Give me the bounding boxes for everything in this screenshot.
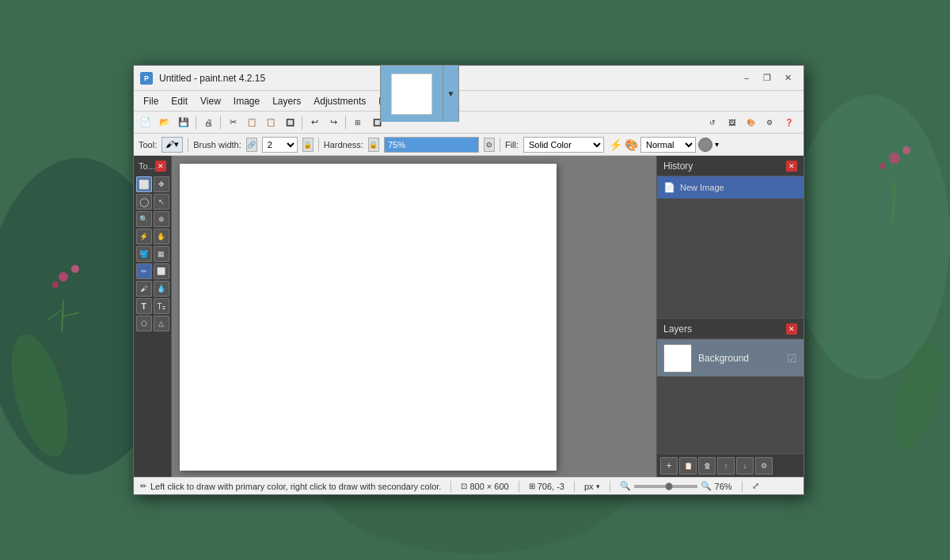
svg-line-7 [62,301,63,332]
close-button[interactable]: ✕ [778,70,797,86]
window-controls: − ❐ ✕ [737,70,797,86]
paintbrush-tool[interactable]: 🖌 [136,281,152,297]
triangle-tool[interactable]: △ [154,316,169,331]
mode-select[interactable]: Normal Multiply [640,137,696,153]
title-bar: P Untitled - paint.net 4.2.15 − ❐ ✕ [134,66,804,91]
zoom-slider[interactable] [634,485,697,488]
tool-row-8: T T₂ [135,298,169,314]
tool-row-7: 🖌 💧 [135,281,169,297]
add-layer-button[interactable]: + [660,457,678,475]
layers-list: Background ☑ [657,339,804,377]
pencil-tool[interactable]: ✏ [136,263,152,279]
color-icon[interactable]: 🎨 [625,138,638,151]
layer-visible-checkbox[interactable]: ☑ [787,352,797,365]
menu-view[interactable]: View [194,94,227,108]
hardness-value: 75% [388,140,405,149]
toolbar-right-btn2[interactable]: 🖼 [723,114,740,131]
blend-icon[interactable]: ⚡ [609,138,622,151]
menu-edit[interactable]: Edit [165,94,194,108]
history-panel-close[interactable]: ✕ [786,161,797,172]
paint-bucket-tool[interactable]: 🪣 [136,246,152,262]
text-tool[interactable]: T [136,298,152,314]
canvas-area[interactable] [172,156,656,477]
move-layer-down-button[interactable]: ↓ [736,457,754,475]
move-tool[interactable]: ✥ [154,176,169,192]
color-swatch[interactable] [698,138,712,152]
thumbnail-dropdown-btn[interactable]: ▼ [443,65,459,122]
rectangle-select-tool[interactable]: ⬜ [136,176,152,192]
zoom-tool[interactable]: 🔍 [136,211,152,227]
new-button[interactable]: 📄 [137,114,154,131]
status-hint: ✏ Left click to draw with primary color,… [140,482,441,491]
redo-button[interactable]: ↪ [325,114,342,131]
thumbnail-tab[interactable] [380,65,443,122]
smudge-tool[interactable]: 💧 [154,281,169,297]
hardness-bar[interactable]: 75% [384,137,479,153]
fit-window-icon[interactable]: ⤢ [752,481,759,491]
save-button[interactable]: 💾 [175,114,192,131]
toolbar-right-btn1[interactable]: ↺ [704,114,721,131]
coords-icon: ⊞ [529,482,535,490]
delete-layer-button[interactable]: 🗑 [698,457,716,475]
duplicate-layer-button[interactable]: 📋 [679,457,697,475]
history-panel-header: History ✕ [657,156,804,176]
hardness-reset[interactable]: ⊙ [484,138,495,152]
unit-dropdown[interactable]: ▾ [596,482,600,490]
layers-panel-close[interactable]: ✕ [786,324,797,335]
paste-button[interactable]: 📋 [262,114,279,131]
hardness-lock[interactable]: 🔒 [368,138,379,152]
canvas[interactable] [180,164,557,471]
brush-width-link[interactable]: 🔗 [246,138,257,152]
minimize-button[interactable]: − [737,70,756,86]
history-panel-title: History [663,161,693,172]
svg-point-15 [885,337,950,454]
history-item[interactable]: 📄 New Image [657,176,804,199]
magic-wand-tool[interactable]: ⚡ [136,229,152,244]
crop-button[interactable]: 🔲 [281,114,298,131]
toolbar-separator-1 [196,115,196,130]
unit-value: px [584,482,594,491]
brush-width-lock[interactable]: 🔒 [302,138,314,152]
text-alt-tool[interactable]: T₂ [154,298,169,314]
pan-tool[interactable]: ✋ [154,229,169,244]
tool-selector[interactable]: 🖌▾ [162,137,183,153]
history-item-label: New Image [680,183,724,192]
toolbar-right-btn4[interactable]: ⚙ [761,114,778,131]
move-selection-tool[interactable]: ↖ [154,194,169,210]
toolbar-right-btn5[interactable]: ❓ [780,114,797,131]
undo-button[interactable]: ↩ [306,114,323,131]
layer-properties-button[interactable]: ⚙ [755,457,773,475]
shapes-tool[interactable]: ⬡ [136,316,152,331]
tool-panel-header: To... ✕ [135,159,169,173]
zoom-in-icon[interactable]: 🔍 [701,481,712,491]
toolbar: 📄 📂 💾 🖨 ✂ 📋 📋 🔲 ↩ ↪ ⊞ 🔲 ↺ 🖼 🎨 ⚙ ❓ [134,112,804,134]
tool-panel-close-button[interactable]: ✕ [155,161,166,172]
move-layer-up-button[interactable]: ↑ [717,457,735,475]
zoom-value: 76% [715,482,732,491]
cut-button[interactable]: ✂ [224,114,241,131]
brush-width-select[interactable]: 2 4 8 [262,137,298,153]
toolbar-right-btn3[interactable]: 🎨 [742,114,759,131]
gradient-tool[interactable]: ▦ [154,246,169,262]
menu-layers[interactable]: Layers [266,94,307,108]
zoom-extra-tool[interactable]: ⊕ [154,211,169,227]
open-button[interactable]: 📂 [156,114,173,131]
restore-button[interactable]: ❐ [758,70,777,86]
layers-panel: Layers ✕ Background ☑ + 📋 🗑 ↑ ↓ [657,319,804,477]
zoom-out-icon[interactable]: 🔍 [620,481,631,491]
menu-image[interactable]: Image [227,94,266,108]
layer-item[interactable]: Background ☑ [657,339,804,377]
grid-button[interactable]: ⊞ [349,114,367,131]
status-sep-4 [610,481,610,492]
copy-button[interactable]: 📋 [243,114,260,131]
layer-name: Background [698,353,781,364]
fill-select[interactable]: Solid Color Linear Gradient [523,137,604,153]
layers-toolbar: + 📋 🗑 ↑ ↓ ⚙ [657,453,804,477]
menu-adjustments[interactable]: Adjustments [307,94,372,108]
print-button[interactable]: 🖨 [200,114,217,131]
color-dropdown[interactable]: ▾ [715,140,719,149]
lasso-tool[interactable]: ◯ [136,194,152,210]
eraser-tool[interactable]: ⬜ [154,263,169,279]
tool-row-9: ⬡ △ [135,316,169,331]
menu-file[interactable]: File [137,94,165,108]
